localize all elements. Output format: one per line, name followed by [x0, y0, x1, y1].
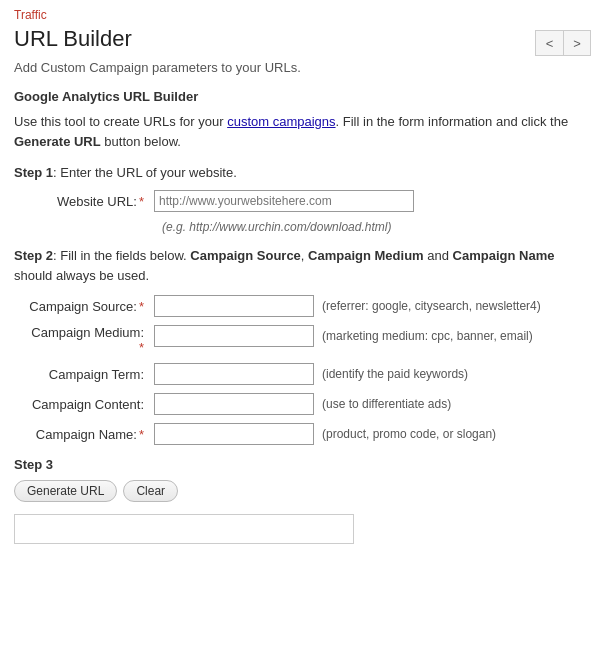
nav-back-button[interactable]: < [535, 30, 563, 56]
step1-label: Step 1: Enter the URL of your website. [14, 165, 591, 180]
generate-url-button[interactable]: Generate URL [14, 480, 117, 502]
field-label-4: Campaign Name:* [14, 423, 154, 442]
output-url-box[interactable] [14, 514, 354, 544]
desc-text3: button below. [101, 134, 181, 149]
step2-bold-label: Step 2 [14, 248, 53, 263]
field-hint-2: (identify the paid keywords) [322, 363, 591, 381]
page-header: URL Builder < > [14, 26, 591, 56]
description: Use this tool to create URLs for your cu… [14, 112, 591, 151]
step2-bold2: Campaign Medium [308, 248, 424, 263]
nav-buttons: < > [535, 30, 591, 56]
website-url-row: Website URL:* [14, 190, 591, 212]
campaign-field-row: Campaign Source:* (referrer: google, cit… [14, 295, 591, 317]
website-url-section: Website URL:* (e.g. http://www.urchin.co… [14, 190, 591, 234]
campaign-field-row: Campaign Name:* (product, promo code, or… [14, 423, 591, 445]
campaign-field-row: Campaign Medium: * (marketing medium: cp… [14, 325, 591, 355]
step2-and2: and [424, 248, 453, 263]
nav-forward-button[interactable]: > [563, 30, 591, 56]
action-buttons: Generate URL Clear [14, 480, 591, 502]
step2-bold1: Campaign Source [190, 248, 301, 263]
desc-text2: . Fill in the form information and click… [336, 114, 569, 129]
campaign-field-input-4[interactable] [154, 423, 314, 445]
required-star: * [139, 299, 144, 314]
field-hint-4: (product, promo code, or slogan) [322, 423, 591, 441]
custom-campaigns-link[interactable]: custom campaigns [227, 114, 335, 129]
campaign-fields-section: Campaign Source:* (referrer: google, cit… [14, 295, 591, 445]
campaign-field-input-1[interactable] [154, 325, 314, 347]
campaign-field-row: Campaign Content: (use to differentiate … [14, 393, 591, 415]
field-label-3: Campaign Content: [14, 393, 154, 412]
generate-url-bold: Generate URL [14, 134, 101, 149]
campaign-field-row: Campaign Term: (identify the paid keywor… [14, 363, 591, 385]
campaign-field-input-0[interactable] [154, 295, 314, 317]
required-star: * [139, 427, 144, 442]
step3-label: Step 3 [14, 457, 591, 472]
step2-and1: , [301, 248, 308, 263]
field-hint-1: (marketing medium: cpc, banner, email) [322, 325, 591, 343]
website-url-label: Website URL:* [14, 190, 154, 209]
website-url-hint: (e.g. http://www.urchin.com/download.htm… [162, 220, 591, 234]
field-label-0: Campaign Source:* [14, 295, 154, 314]
campaign-field-input-3[interactable] [154, 393, 314, 415]
required-star: * [139, 194, 144, 209]
campaign-field-input-2[interactable] [154, 363, 314, 385]
step2-bold3: Campaign Name [453, 248, 555, 263]
step1-bold: Step 1 [14, 165, 53, 180]
field-hint-0: (referrer: google, citysearch, newslette… [322, 295, 591, 313]
required-star: * [139, 340, 144, 355]
step2-label: Step 2: Fill in the fields below. Campai… [14, 246, 591, 285]
website-url-input[interactable] [154, 190, 414, 212]
step2-suffix: should always be used. [14, 268, 149, 283]
clear-button[interactable]: Clear [123, 480, 178, 502]
field-hint-3: (use to differentiate ads) [322, 393, 591, 411]
section-title: Google Analytics URL Builder [14, 89, 591, 104]
step2-text: : Fill in the fields below. [53, 248, 190, 263]
page-subtitle: Add Custom Campaign parameters to your U… [14, 60, 591, 75]
page-title: URL Builder [14, 26, 132, 52]
desc-text1: Use this tool to create URLs for your [14, 114, 227, 129]
step1-text: : Enter the URL of your website. [53, 165, 237, 180]
breadcrumb: Traffic [14, 8, 591, 22]
field-label-1: Campaign Medium: * [14, 325, 154, 355]
field-label-2: Campaign Term: [14, 363, 154, 382]
